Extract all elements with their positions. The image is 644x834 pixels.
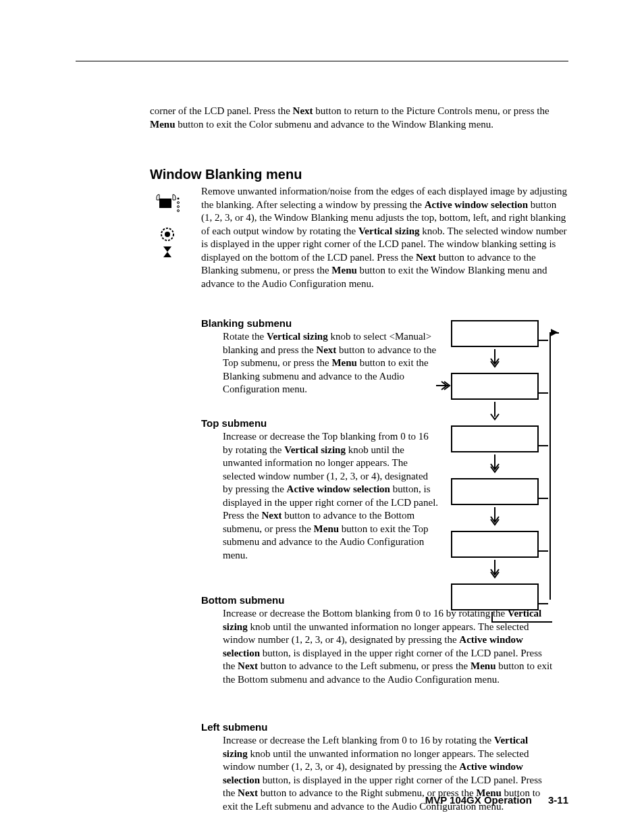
arrow-down-icon — [451, 558, 539, 583]
flowchart-box — [451, 478, 539, 505]
bold: Next — [293, 105, 313, 116]
margin-icons — [154, 189, 181, 262]
flowchart-tick — [539, 392, 548, 394]
blanking-body: Rotate the Vertical sizing knob to selec… — [223, 330, 439, 396]
arrow-down-icon — [451, 347, 539, 373]
svg-point-3 — [178, 206, 180, 208]
bold: Next — [238, 660, 258, 671]
arrow-right-double-icon — [436, 380, 452, 394]
intro-continuation: corner of the LCD panel. Press the Next … — [150, 105, 568, 131]
flowchart-sideline — [549, 334, 551, 600]
bold: Next — [316, 344, 336, 355]
bold: Vertical sizing — [284, 444, 346, 455]
flowchart: ▶ — [451, 320, 568, 612]
flowchart-spacer — [451, 610, 539, 612]
flowchart-tick — [539, 550, 548, 552]
flowchart-tick — [539, 445, 548, 446]
lcd-panel-icon — [154, 193, 181, 215]
bold: Next — [416, 252, 436, 263]
knob-icon — [160, 227, 175, 242]
hourglass-icon — [163, 246, 172, 258]
footer: MVP 104GX Operation 3-11 — [425, 794, 568, 806]
bold: Menu — [314, 523, 340, 534]
flowchart-box — [451, 373, 539, 400]
svg-point-1 — [178, 198, 180, 200]
bold: Menu — [331, 265, 357, 276]
text: Rotate the — [223, 331, 267, 342]
svg-rect-0 — [159, 199, 171, 208]
bold: Next — [262, 510, 282, 521]
bottom-body: Increase or decrease the Bottom blanking… — [223, 607, 554, 686]
bold: Vertical sizing — [358, 226, 420, 236]
flowchart-box — [451, 425, 539, 452]
svg-point-2 — [178, 202, 180, 204]
flowchart-tick — [539, 340, 548, 341]
text: corner of the LCD panel. Press the — [150, 105, 293, 116]
text: button to exit the Color submenu and adv… — [176, 119, 494, 130]
svg-point-6 — [165, 232, 170, 237]
flowchart-tail-h — [491, 621, 552, 623]
arrow-down-icon — [451, 400, 539, 425]
bold: Menu — [331, 357, 357, 368]
main-paragraph: Remove unwanted information/noise from t… — [201, 185, 568, 290]
footer-title: MVP 104GX Operation — [425, 794, 532, 806]
bold: Active window selection — [287, 484, 390, 494]
text: Increase or decrease the Left blanking f… — [223, 735, 494, 746]
arrow-down-icon — [451, 452, 539, 478]
footer-page: 3-11 — [548, 794, 568, 806]
bold: Vertical sizing — [267, 331, 328, 342]
flowchart-box — [451, 320, 539, 347]
svg-point-4 — [178, 210, 180, 212]
arrow-down-icon — [451, 505, 539, 531]
bold: Menu — [150, 119, 176, 130]
flowchart-tick — [539, 498, 548, 499]
intro-paragraph: corner of the LCD panel. Press the Next … — [150, 105, 555, 131]
heading-window-blanking: Window Blanking menu — [150, 167, 302, 182]
bold: Next — [238, 787, 258, 798]
bold: Active window selection — [425, 199, 528, 210]
text: button to advance to the Left submenu, o… — [258, 660, 471, 671]
flowchart-box — [451, 531, 539, 558]
top-body: Increase or decrease the Top blanking fr… — [223, 430, 439, 562]
text: button to return to the Picture Controls… — [313, 105, 549, 116]
header-rule — [76, 61, 568, 61]
flowchart-box — [451, 583, 539, 610]
flowchart-tick — [539, 603, 548, 604]
bold: Menu — [471, 660, 496, 671]
heading-left-submenu: Left submenu — [201, 721, 568, 733]
